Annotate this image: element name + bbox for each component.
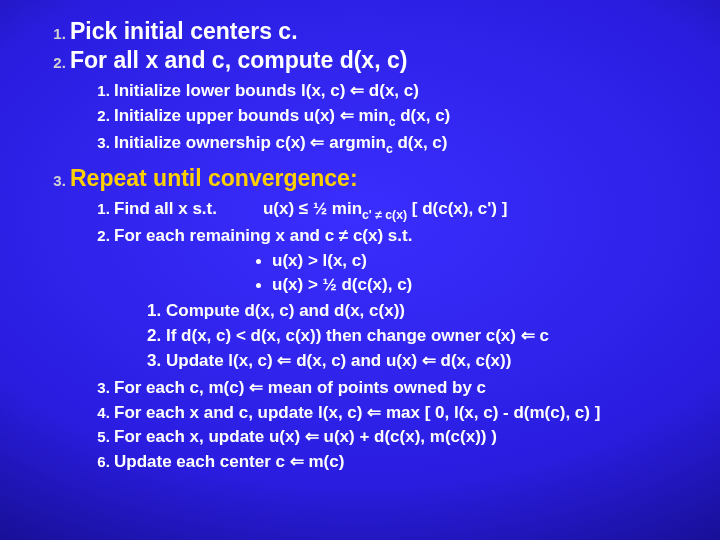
item-3: Repeat until convergence: Find all x s.t… xyxy=(70,165,694,475)
item-1: Pick initial centers c. xyxy=(70,18,694,45)
item-1-text: Pick initial centers c. xyxy=(70,18,298,44)
sub-2-2: Initialize upper bounds u(x) ⇐ minc d(x,… xyxy=(114,105,694,130)
item-2: For all x and c, compute d(x, c) Initial… xyxy=(70,47,694,157)
sub-3-4: For each x and c, update l(x, c) ⇐ max [… xyxy=(114,402,694,425)
subsub-2: If d(x, c) < d(x, c(x)) then change owne… xyxy=(166,325,694,348)
item-3-sublist: Find all x s.t.u(x) ≤ ½ minc' ≠ c(x) [ d… xyxy=(70,198,694,475)
item-2-sublist: Initialize lower bounds l(x, c) ⇐ d(x, c… xyxy=(70,80,694,157)
sub-3-2-bullets: u(x) > l(x, c) u(x) > ½ d(c(x), c) xyxy=(114,250,694,296)
sub-3-6: Update each center c ⇐ m(c) xyxy=(114,451,694,474)
subsub-3: Update l(x, c) ⇐ d(x, c) and u(x) ⇐ d(x,… xyxy=(166,350,694,373)
sub-3-5: For each x, update u(x) ⇐ u(x) + d(c(x),… xyxy=(114,426,694,449)
item-3-text: Repeat until convergence: xyxy=(70,165,358,191)
sub-3-2: For each remaining x and c ≠ c(x) s.t. u… xyxy=(114,225,694,373)
bullet-1: u(x) > l(x, c) xyxy=(272,250,694,272)
item-2-text: For all x and c, compute d(x, c) xyxy=(70,47,407,73)
sub-3-1-a: Find all x s.t. xyxy=(114,199,217,218)
sub-3-2-subsub: Compute d(x, c) and d(x, c(x)) If d(x, c… xyxy=(114,300,694,373)
sub-3-3: For each c, m(c) ⇐ mean of points owned … xyxy=(114,377,694,400)
sub-2-3: Initialize ownership c(x) ⇐ argminc d(x,… xyxy=(114,132,694,157)
sub-2-1: Initialize lower bounds l(x, c) ⇐ d(x, c… xyxy=(114,80,694,103)
slide-body: Pick initial centers c. For all x and c,… xyxy=(0,0,720,474)
top-list: Pick initial centers c. For all x and c,… xyxy=(26,18,694,474)
subsub-1: Compute d(x, c) and d(x, c(x)) xyxy=(166,300,694,323)
sub-3-1: Find all x s.t.u(x) ≤ ½ minc' ≠ c(x) [ d… xyxy=(114,198,694,223)
bullet-2: u(x) > ½ d(c(x), c) xyxy=(272,274,694,296)
